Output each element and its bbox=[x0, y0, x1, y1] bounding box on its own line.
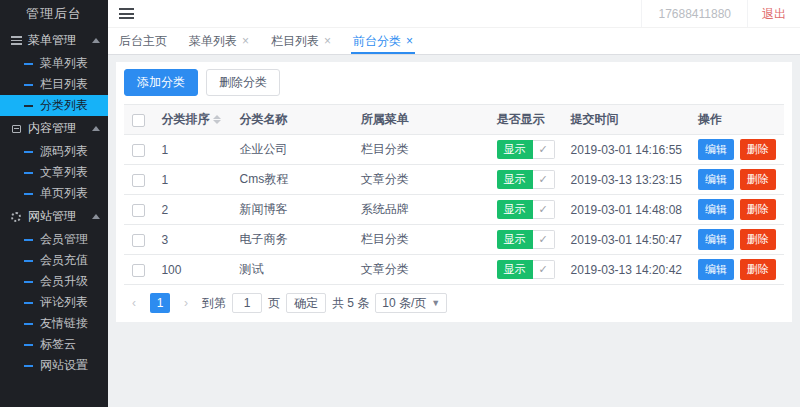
cell-sort: 2 bbox=[153, 195, 231, 225]
sidebar-item-member-recharge[interactable]: 会员充值 bbox=[0, 250, 108, 271]
sidebar-item-label: 网站设置 bbox=[40, 357, 88, 374]
delete-button[interactable]: 删除 bbox=[740, 139, 776, 160]
sidebar-group-content[interactable]: 内容管理 bbox=[0, 116, 108, 141]
dash-icon bbox=[24, 151, 33, 153]
row-checkbox[interactable] bbox=[132, 144, 145, 157]
tab-label: 前台分类 bbox=[353, 33, 401, 50]
goto-page-input[interactable] bbox=[232, 293, 262, 313]
sidebar-group-menu[interactable]: 菜单管理 bbox=[0, 28, 108, 53]
top-right: 17688411880 退出 bbox=[641, 0, 800, 27]
close-icon[interactable]: × bbox=[324, 35, 331, 47]
sidebar-item-label: 会员管理 bbox=[40, 231, 88, 248]
dash-icon bbox=[24, 84, 33, 86]
sidebar-item-column-list[interactable]: 栏目列表 bbox=[0, 74, 108, 95]
check-icon: ✓ bbox=[533, 260, 555, 279]
delete-button[interactable]: 删除 bbox=[740, 229, 776, 250]
row-checkbox[interactable] bbox=[132, 234, 145, 247]
sidebar-item-article-list[interactable]: 文章列表 bbox=[0, 162, 108, 183]
confirm-page-button[interactable]: 确定 bbox=[286, 293, 326, 313]
menu-list-icon bbox=[10, 36, 22, 45]
dash-icon bbox=[24, 193, 33, 195]
app-title: 管理后台 bbox=[0, 0, 108, 28]
cell-time: 2019-03-13 13:23:15 bbox=[563, 165, 690, 195]
sort-icon[interactable] bbox=[213, 115, 221, 124]
sidebar-item-tag-cloud[interactable]: 标签云 bbox=[0, 334, 108, 355]
tab-label: 菜单列表 bbox=[189, 33, 237, 50]
row-checkbox[interactable] bbox=[132, 204, 145, 217]
chevron-up-icon bbox=[92, 38, 100, 43]
table-row: 1 Cms教程 文章分类 显示✓ 2019-03-13 13:23:15 编辑删… bbox=[124, 165, 784, 195]
sidebar-item-label: 源码列表 bbox=[40, 143, 88, 160]
sidebar-item-member-manage[interactable]: 会员管理 bbox=[0, 229, 108, 250]
header-menu: 所属菜单 bbox=[353, 105, 489, 135]
check-icon: ✓ bbox=[533, 170, 555, 189]
sidebar-item-label: 友情链接 bbox=[40, 315, 88, 332]
page-button-1[interactable]: 1 bbox=[150, 293, 170, 313]
tab-home[interactable]: 后台主页 bbox=[119, 28, 167, 54]
edit-button[interactable]: 编辑 bbox=[698, 169, 734, 190]
tab-column-list[interactable]: 栏目列表× bbox=[271, 28, 331, 54]
per-page-select[interactable]: 10 条/页▼ bbox=[375, 293, 447, 313]
pagination: ‹ 1 › 到第 页 确定 共 5 条 10 条/页▼ bbox=[124, 293, 784, 313]
check-icon: ✓ bbox=[533, 140, 555, 159]
edit-button[interactable]: 编辑 bbox=[698, 139, 734, 160]
select-all-checkbox[interactable] bbox=[132, 114, 145, 127]
close-icon[interactable]: × bbox=[242, 35, 249, 47]
tab-label: 栏目列表 bbox=[271, 33, 319, 50]
edit-button[interactable]: 编辑 bbox=[698, 199, 734, 220]
sidebar-item-label: 单页列表 bbox=[40, 185, 88, 202]
dash-icon bbox=[24, 302, 33, 304]
user-account[interactable]: 17688411880 bbox=[641, 0, 747, 27]
sidebar: 管理后台 菜单管理 菜单列表 栏目列表 分类列表 内容管理 源码列表 文章列表 … bbox=[0, 0, 108, 407]
goto-label: 到第 bbox=[202, 295, 226, 312]
category-table: 分类排序 分类名称 所属菜单 是否显示 提交时间 操作 1 企业公司 bbox=[124, 104, 784, 285]
table-row: 2 新闻博客 系统品牌 显示✓ 2019-03-01 14:48:08 编辑删除 bbox=[124, 195, 784, 225]
hamburger-icon[interactable] bbox=[119, 8, 134, 19]
sidebar-item-category-list[interactable]: 分类列表 bbox=[0, 95, 108, 116]
tab-frontend-category[interactable]: 前台分类× bbox=[353, 28, 413, 54]
show-toggle[interactable]: 显示✓ bbox=[497, 260, 555, 279]
sidebar-item-label: 会员升级 bbox=[40, 273, 88, 290]
sidebar-item-source-list[interactable]: 源码列表 bbox=[0, 141, 108, 162]
sidebar-item-site-settings[interactable]: 网站设置 bbox=[0, 355, 108, 376]
show-toggle[interactable]: 显示✓ bbox=[497, 170, 555, 189]
delete-button[interactable]: 删除 bbox=[740, 259, 776, 280]
sidebar-item-comment-list[interactable]: 评论列表 bbox=[0, 292, 108, 313]
table-row: 1 企业公司 栏目分类 显示✓ 2019-03-01 14:16:55 编辑删除 bbox=[124, 135, 784, 165]
add-category-button[interactable]: 添加分类 bbox=[124, 69, 198, 96]
delete-category-button[interactable]: 删除分类 bbox=[206, 69, 280, 96]
show-toggle[interactable]: 显示✓ bbox=[497, 140, 555, 159]
edit-button[interactable]: 编辑 bbox=[698, 259, 734, 280]
delete-button[interactable]: 删除 bbox=[740, 199, 776, 220]
sidebar-group-label: 菜单管理 bbox=[28, 32, 92, 49]
header-sort: 分类排序 bbox=[161, 112, 209, 126]
sidebar-item-friend-links[interactable]: 友情链接 bbox=[0, 313, 108, 334]
table-row: 3 电子商务 栏目分类 显示✓ 2019-03-01 14:50:47 编辑删除 bbox=[124, 225, 784, 255]
logout-link[interactable]: 退出 bbox=[747, 0, 800, 27]
cell-sort: 3 bbox=[153, 225, 231, 255]
row-checkbox[interactable] bbox=[132, 264, 145, 277]
header-action: 操作 bbox=[690, 105, 784, 135]
edit-button[interactable]: 编辑 bbox=[698, 229, 734, 250]
per-page-value: 10 条/页 bbox=[382, 295, 426, 312]
show-toggle[interactable]: 显示✓ bbox=[497, 200, 555, 219]
prev-page-button[interactable]: ‹ bbox=[124, 293, 144, 313]
close-icon[interactable]: × bbox=[406, 35, 413, 47]
delete-button[interactable]: 删除 bbox=[740, 169, 776, 190]
table-header-row: 分类排序 分类名称 所属菜单 是否显示 提交时间 操作 bbox=[124, 105, 784, 135]
tab-menu-list[interactable]: 菜单列表× bbox=[189, 28, 249, 54]
header-time: 提交时间 bbox=[563, 105, 690, 135]
sidebar-item-page-list[interactable]: 单页列表 bbox=[0, 183, 108, 204]
sidebar-item-label: 评论列表 bbox=[40, 294, 88, 311]
header-show: 是否显示 bbox=[489, 105, 563, 135]
cell-time: 2019-03-01 14:50:47 bbox=[563, 225, 690, 255]
next-page-button[interactable]: › bbox=[176, 293, 196, 313]
sidebar-item-member-upgrade[interactable]: 会员升级 bbox=[0, 271, 108, 292]
table-row: 100 测试 文章分类 显示✓ 2019-03-13 14:20:42 编辑删除 bbox=[124, 255, 784, 285]
show-toggle[interactable]: 显示✓ bbox=[497, 230, 555, 249]
row-checkbox[interactable] bbox=[132, 174, 145, 187]
sidebar-group-site[interactable]: 网站管理 bbox=[0, 204, 108, 229]
sidebar-item-menu-list[interactable]: 菜单列表 bbox=[0, 53, 108, 74]
sidebar-item-label: 菜单列表 bbox=[40, 55, 88, 72]
cell-sort: 1 bbox=[153, 135, 231, 165]
